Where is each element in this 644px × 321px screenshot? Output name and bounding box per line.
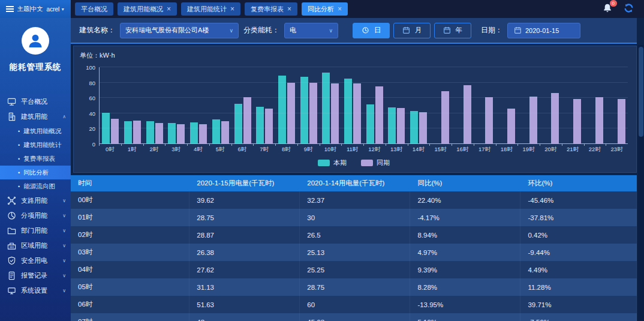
bar-本期[interactable]: [278, 76, 286, 143]
tab-tariff-report[interactable]: 复费率报表×: [245, 2, 297, 16]
energy-type-select[interactable]: 电 ∨: [284, 23, 338, 38]
bar-本期[interactable]: [410, 111, 418, 143]
bar-group: [474, 67, 496, 143]
bar-本期[interactable]: [146, 121, 154, 143]
sidebar-item-alarm-records[interactable]: 报警记录∨: [0, 268, 71, 283]
sidebar-subitem-label: 建筑用能概况: [23, 127, 61, 136]
legend-item-本期[interactable]: 本期: [318, 158, 347, 167]
sidebar-subitem-tariff-report[interactable]: •复费率报表: [0, 152, 71, 166]
sidebar-item-region-energy[interactable]: 区域用能∨: [0, 238, 71, 253]
table-cell: 28.75: [189, 209, 300, 226]
avatar[interactable]: [22, 27, 49, 55]
bar-本期[interactable]: [190, 122, 198, 143]
legend-swatch: [361, 160, 373, 166]
scrollbar-thumb[interactable]: [639, 47, 643, 137]
table-row[interactable]: 06时51.6360-13.95%39.71%: [71, 296, 637, 313]
tab-close-icon[interactable]: ×: [167, 5, 171, 13]
table-row[interactable]: 01时28.7530-4.17%-37.81%: [71, 209, 637, 226]
sidebar-item-system-settings[interactable]: 系统设置∨: [0, 283, 71, 298]
table-cell: 02时: [71, 226, 189, 244]
bar-本期[interactable]: [300, 77, 308, 143]
bar-同期[interactable]: [221, 121, 229, 143]
tab-building-energy-stats[interactable]: 建筑用能统计×: [181, 2, 240, 16]
x-tick-label: 21时: [562, 144, 584, 154]
bar-同期[interactable]: [375, 86, 383, 143]
table-row[interactable]: 05时31.1328.758.28%11.28%: [71, 278, 637, 296]
bar-同期[interactable]: [133, 121, 141, 143]
notification-bell-icon[interactable]: 0: [603, 3, 612, 16]
sidebar-item-subentry-energy[interactable]: 分项用能∨: [0, 208, 71, 223]
bar-本期[interactable]: [322, 73, 330, 143]
vertical-scrollbar[interactable]: [638, 45, 644, 321]
table-row[interactable]: 03时26.3825.134.97%-9.44%: [71, 244, 637, 261]
table-row[interactable]: 04时27.6225.259.39%4.49%: [71, 261, 637, 278]
sidebar-item-building-energy[interactable]: 建筑用能∧: [0, 109, 71, 124]
tab-yoy-analysis[interactable]: 同比分析×: [302, 2, 348, 16]
bar-同期[interactable]: [155, 123, 163, 143]
username: acrel: [47, 6, 60, 13]
date-picker-input[interactable]: 2020-01-15: [507, 23, 580, 38]
tab-platform-overview[interactable]: 平台概况: [75, 2, 113, 16]
refresh-icon[interactable]: [623, 3, 634, 16]
x-tick-label: 5时: [209, 144, 231, 154]
tab-close-icon[interactable]: ×: [338, 5, 342, 13]
bar-同期[interactable]: [243, 97, 251, 143]
bar-本期[interactable]: [168, 123, 176, 143]
x-tick-label: 23时: [606, 144, 628, 154]
bar-同期[interactable]: [529, 97, 537, 143]
subentry-icon: [7, 211, 16, 220]
table-row[interactable]: 02时28.8726.58.94%0.42%: [71, 226, 637, 244]
sidebar-subitem-energy-flow[interactable]: •能源流向图: [0, 179, 71, 193]
bar-同期[interactable]: [331, 83, 339, 143]
table-cell: 01时: [71, 209, 189, 226]
sidebar-subitem-yoy-analysis[interactable]: •同比分析: [0, 166, 71, 179]
table-row[interactable]: 07时4845.635.19%-7.56%: [71, 313, 637, 321]
user-menu[interactable]: acrel ▼: [47, 6, 65, 13]
bullet-icon: •: [18, 128, 20, 134]
table-cell: 32.37: [300, 191, 410, 209]
topbar-actions: 0: [603, 0, 644, 18]
legend-item-同期[interactable]: 同期: [361, 158, 390, 167]
bar-同期[interactable]: [199, 124, 207, 143]
period-button-year[interactable]: 年: [434, 23, 471, 38]
sidebar-item-safe-power[interactable]: 安全用电∨: [0, 253, 71, 268]
period-button-month[interactable]: 月: [393, 23, 431, 38]
bar-本期[interactable]: [256, 107, 264, 143]
bar-同期[interactable]: [507, 109, 515, 143]
bar-同期[interactable]: [573, 99, 581, 143]
sidebar-item-platform-overview[interactable]: 平台概况: [0, 94, 71, 109]
building-select[interactable]: 安科瑞电气股份有限公司A楼 ∨: [120, 23, 239, 38]
bar-同期[interactable]: [353, 83, 361, 143]
bar-本期[interactable]: [366, 104, 374, 143]
bar-同期[interactable]: [618, 99, 625, 143]
bar-本期[interactable]: [344, 79, 352, 143]
bar-同期[interactable]: [397, 108, 405, 143]
bar-同期[interactable]: [464, 85, 471, 143]
chevron-up-icon: ∧: [62, 114, 66, 119]
bar-同期[interactable]: [265, 109, 273, 143]
bar-同期[interactable]: [177, 124, 185, 143]
bar-同期[interactable]: [111, 119, 119, 143]
bar-本期[interactable]: [212, 119, 220, 143]
bar-同期[interactable]: [551, 93, 559, 143]
sidebar-item-branch-energy[interactable]: 支路用能∨: [0, 193, 71, 208]
bullet-icon: •: [18, 142, 20, 148]
bar-同期[interactable]: [441, 91, 449, 143]
tab-building-energy-overview[interactable]: 建筑用能概况×: [118, 2, 177, 16]
bar-本期[interactable]: [234, 104, 242, 143]
tab-close-icon[interactable]: ×: [230, 5, 234, 13]
table-row[interactable]: 00时39.6232.3722.40%-45.46%: [71, 191, 637, 209]
sidebar-subitem-building-energy-overview[interactable]: •建筑用能概况: [0, 124, 71, 138]
hamburger-menu-icon[interactable]: [6, 6, 14, 12]
tab-close-icon[interactable]: ×: [287, 5, 291, 13]
sidebar-item-department-energy[interactable]: 部门用能∨: [0, 223, 71, 238]
period-button-day[interactable]: 日: [353, 23, 390, 38]
sidebar-subitem-building-energy-stats[interactable]: •建筑用能统计: [0, 138, 71, 152]
theme-language-switcher[interactable]: 主题|中文: [17, 5, 43, 13]
sidebar: 能耗管理系统 平台概况建筑用能∧•建筑用能概况•建筑用能统计•复费率报表•同比分…: [0, 18, 71, 321]
bar-本期[interactable]: [124, 121, 132, 143]
bar-同期[interactable]: [595, 97, 603, 143]
x-tick-label: 0时: [99, 144, 121, 154]
bar-同期[interactable]: [485, 97, 493, 143]
x-tick-label: 12时: [363, 144, 386, 154]
